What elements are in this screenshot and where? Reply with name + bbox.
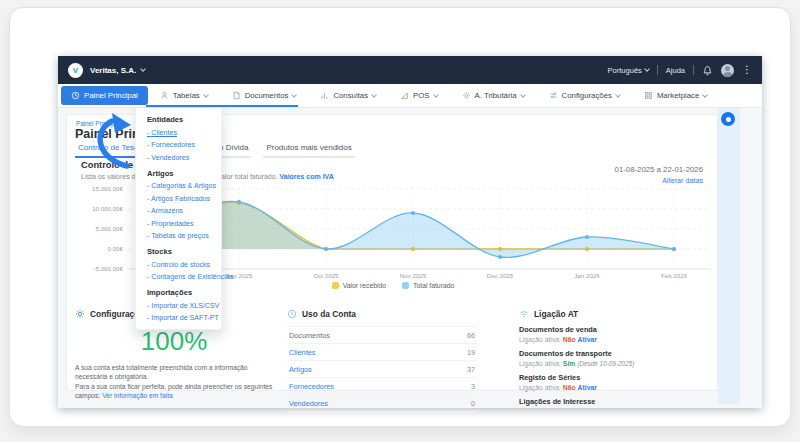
menu-item-configuracoes[interactable]: Configurações [537, 84, 632, 107]
list-item: Ligações de Interesse [519, 397, 709, 406]
clock-icon [287, 309, 297, 319]
at-section: Ligação AT Documentos de venda Ligação a… [519, 309, 709, 406]
dropdown-item-importar-xls-csv[interactable]: Importar de XLS/CSV [147, 302, 217, 310]
table-row: Vendedores 0 [287, 395, 477, 412]
at-item-status: Ligação ativa: Não Ativar [519, 336, 709, 343]
dropdown-item-controlo-de-stocks[interactable]: Controlo de stocks [147, 261, 217, 269]
svg-text:Oct 2025: Oct 2025 [313, 272, 339, 279]
at-item-title: Ligações de Interesse [519, 397, 709, 406]
language-selector[interactable]: Português [608, 66, 649, 75]
main-menu: Painel Principal Tabelas Documentos [58, 84, 762, 108]
usage-value: 66 [467, 331, 475, 340]
legend-label: Valor recebido [343, 282, 386, 289]
legend-swatch-yellow [332, 282, 339, 289]
usage-value: 19 [467, 348, 475, 357]
dropdown-item-vendedores[interactable]: Vendedores [147, 154, 217, 162]
dropdown-item-propriedades[interactable]: Propriedades [147, 220, 217, 228]
menu-label: Painel Principal [84, 91, 138, 100]
completion-percentage: 100% [75, 326, 273, 357]
tab-produtos-mais-vendidos[interactable]: Produtos mais vendidos [263, 141, 354, 158]
status-badge: Não [563, 384, 576, 391]
svg-text:Dec 2025: Dec 2025 [487, 272, 514, 279]
help-link[interactable]: Ajuda [666, 66, 685, 75]
dropdown-item-artigos-fabricados[interactable]: Artigos Fabricados [147, 195, 217, 203]
at-item-title: Documentos de venda [519, 325, 709, 334]
people-icon [160, 91, 169, 100]
legend-swatch-blue [402, 282, 409, 289]
chevron-down-icon [203, 92, 209, 98]
svg-text:10.000,00€: 10.000,00€ [92, 205, 124, 212]
fab-dot-icon [726, 117, 731, 122]
list-item: Documentos de venda Ligação ativa: Não A… [519, 325, 709, 343]
menu-item-pos[interactable]: POS [388, 84, 449, 107]
divider [657, 65, 658, 75]
activate-link[interactable]: Ativar [578, 384, 597, 391]
menu-label: Documentos [245, 91, 289, 100]
dropdown-item-tabelas-de-precos[interactable]: Tabelas de preços [147, 232, 217, 240]
gear-icon [75, 309, 85, 319]
menu-item-a-tributaria[interactable]: A. Tributária [450, 84, 537, 107]
table-row: Clientes 19 [287, 344, 477, 361]
missing-info-link[interactable]: Ver informação em falta [102, 392, 173, 399]
legend-label: Total faturado [413, 282, 454, 289]
usage-heading: Uso da Conta [287, 309, 477, 319]
table-row: Artigos 37 [287, 361, 477, 378]
app-body: Painel Principal Painel Principal Contro… [58, 108, 762, 408]
gear-icon [462, 91, 471, 100]
sliders-icon [549, 91, 558, 100]
status-badge: Não [563, 336, 576, 343]
svg-text:Jan 2026: Jan 2026 [574, 272, 600, 279]
kebab-menu-icon[interactable]: ⋮ [742, 65, 752, 75]
at-heading: Ligação AT [519, 309, 709, 319]
at-item-status: Ligação ativa: Não Ativar [519, 384, 709, 391]
chevron-down-icon [433, 92, 439, 98]
dropdown-item-fornecedores[interactable]: Fornecedores [147, 141, 217, 149]
legend-valor-recebido[interactable]: Valor recebido [332, 282, 386, 289]
chevron-down-icon [703, 92, 709, 98]
dropdown-item-categorias-artigos[interactable]: Categorias & Artigos [147, 182, 217, 190]
chevron-down-icon [140, 66, 146, 72]
chevron-down-icon [615, 92, 621, 98]
activate-link[interactable]: Ativar [578, 336, 597, 343]
avatar[interactable] [721, 64, 734, 77]
dropdown-item-importar-saft-pt[interactable]: Importar de SAFT-PT [147, 314, 217, 322]
menu-label: Consultas [333, 91, 368, 100]
dropdown-section-importacoes: Importações [147, 288, 217, 297]
help-fab-button[interactable] [721, 112, 735, 126]
at-item-title: Documentos de transporte [519, 349, 709, 358]
menu-item-marketplace[interactable]: Marketplace [632, 84, 719, 107]
config-line1: A sua conta está totalmente preenchida c… [75, 364, 248, 380]
dropdown-item-clientes[interactable]: Clientes [147, 129, 217, 137]
legend-total-faturado[interactable]: Total faturado [402, 282, 454, 289]
status-label: Ligação ativa: [519, 384, 561, 391]
dropdown-item-contagens-de-existencias[interactable]: Contagens de Existências [147, 273, 217, 281]
menu-label: Configurações [562, 91, 612, 100]
language-label: Português [608, 66, 642, 75]
breadcrumb: Painel Principal [76, 120, 119, 127]
svg-text:5.000,00€: 5.000,00€ [95, 225, 123, 232]
usage-link-artigos[interactable]: Artigos [289, 365, 312, 374]
menu-item-consultas[interactable]: Consultas [308, 84, 388, 107]
usage-link-vendedores[interactable]: Vendedores [289, 399, 328, 408]
svg-text:Feb 2026: Feb 2026 [661, 272, 688, 279]
divider [693, 65, 694, 75]
menu-item-tabelas[interactable]: Tabelas [148, 84, 220, 107]
bar-chart-icon [320, 91, 329, 100]
table-row: Documentos 66 [287, 327, 477, 344]
company-logo-icon: V [68, 63, 83, 78]
svg-text:0,00€: 0,00€ [108, 245, 124, 252]
menu-item-documentos[interactable]: Documentos [220, 84, 309, 107]
usage-link-clientes[interactable]: Clientes [289, 348, 315, 357]
menu-item-painel-principal[interactable]: Painel Principal [61, 86, 148, 105]
app-frame: V Veritas, S.A. Português Ajuda ⋮ [58, 56, 762, 408]
company-name[interactable]: Veritas, S.A. [90, 66, 136, 75]
config-text: A sua conta está totalmente preenchida c… [75, 363, 273, 401]
dropdown-item-armazens[interactable]: Armazéns [147, 207, 217, 215]
dropdown-section-stocks: Stocks [147, 247, 217, 256]
status-note: (Desde 10-09-2025) [577, 360, 634, 367]
right-side-strip [718, 108, 740, 404]
bell-icon[interactable] [702, 65, 713, 76]
list-item: Registo de Séries Ligação ativa: Não Ati… [519, 373, 709, 391]
date-range: 01-08-2025 a 22-01-2026 [615, 165, 703, 174]
usage-link-fornecedores[interactable]: Fornecedores [289, 382, 334, 391]
